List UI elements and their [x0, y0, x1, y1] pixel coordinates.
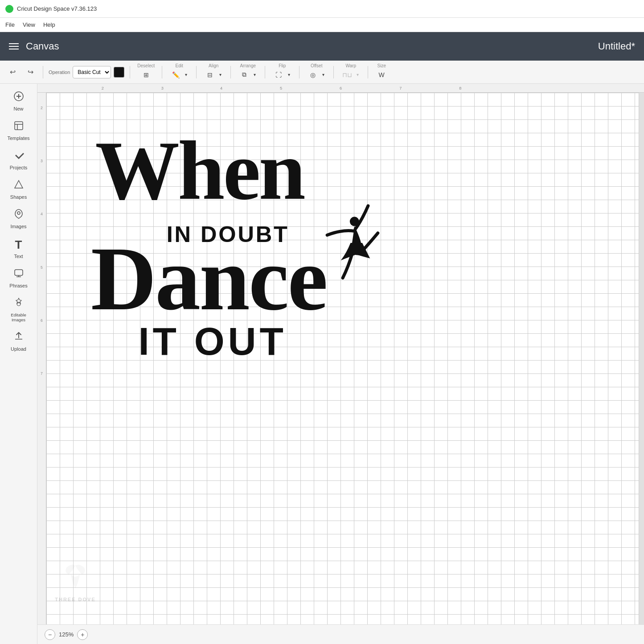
edit-dropdown[interactable]: ▾	[183, 69, 189, 81]
flip-group: Flip ⛶ ▾	[272, 63, 292, 81]
sidebar-item-editable-images[interactable]: Editable Images	[3, 294, 35, 326]
sidebar-item-text-label: Text	[14, 254, 23, 259]
sidebar-item-phrases[interactable]: Phrases	[3, 264, 35, 292]
warp-group: Warp ⊓⊔ ▾	[341, 63, 361, 81]
align-button[interactable]: ⊟	[204, 69, 216, 81]
projects-icon	[13, 150, 24, 163]
svg-text:3: 3	[161, 86, 164, 91]
sidebar-item-shapes-label: Shapes	[10, 194, 27, 200]
design-content[interactable]: When IN DOUBT Dance IT OUT	[82, 115, 394, 382]
canvas-label: Canvas	[26, 41, 59, 52]
zoom-out-button[interactable]: −	[45, 629, 55, 640]
zoom-in-button[interactable]: +	[77, 629, 88, 640]
app-title: Cricut Design Space v7.36.123	[17, 5, 97, 12]
upload-icon	[13, 331, 24, 345]
svg-point-5	[17, 212, 20, 214]
menu-help[interactable]: Help	[43, 21, 55, 28]
size-button[interactable]: W	[375, 69, 388, 81]
sidebar-item-templates[interactable]: Templates	[3, 117, 35, 144]
redo-button[interactable]: ↪	[23, 65, 37, 79]
canvas-area[interactable]: 2 3 4 5 6 7 8 2 3 4 5 6	[37, 84, 644, 644]
sidebar-item-phrases-label: Phrases	[9, 283, 27, 288]
menubar: File View Help	[0, 18, 644, 32]
warp-button[interactable]: ⊓⊔	[341, 69, 353, 81]
svg-rect-6	[15, 270, 23, 275]
toolbar-separator-7	[299, 66, 299, 78]
design-canvas[interactable]: When IN DOUBT Dance IT OUT	[46, 93, 639, 624]
edit-group: Edit ✏️ ▾	[169, 63, 189, 81]
watermark-text: THREE DOVE	[55, 597, 96, 602]
hamburger-menu-button[interactable]	[9, 43, 19, 49]
warp-dropdown[interactable]: ▾	[354, 69, 361, 81]
svg-text:5: 5	[41, 265, 43, 270]
sidebar-item-shapes[interactable]: Shapes	[3, 176, 35, 203]
offset-button[interactable]: ◎	[307, 69, 319, 81]
left-sidebar: New Templates Projects	[0, 84, 37, 644]
toolbar-separator-5	[230, 66, 231, 78]
templates-icon	[13, 120, 24, 134]
sidebar-item-editable-images-label: Editable Images	[4, 312, 33, 322]
bottom-bar: − 125% +	[37, 624, 644, 644]
svg-text:4: 4	[220, 86, 222, 91]
titlebar: Cricut Design Space v7.36.123	[0, 0, 644, 18]
menu-view[interactable]: View	[23, 21, 35, 28]
toolbar-separator-8	[333, 66, 334, 78]
operation-select[interactable]: Basic Cut	[73, 66, 111, 78]
size-group: Size W	[375, 63, 388, 81]
menu-file[interactable]: File	[5, 21, 15, 28]
svg-marker-4	[15, 180, 23, 188]
watermark: THREE DOVE	[51, 561, 100, 602]
sidebar-item-new[interactable]: New	[3, 87, 35, 115]
deselect-button[interactable]: ⊞	[140, 69, 152, 81]
svg-text:4: 4	[41, 212, 43, 216]
canvas-with-ruler: 2 3 4 5 6 7 When	[37, 93, 644, 624]
offset-dropdown[interactable]: ▾	[320, 69, 326, 81]
sidebar-item-images-label: Images	[10, 224, 26, 229]
sidebar-item-projects[interactable]: Projects	[3, 146, 35, 174]
sidebar-item-new-label: New	[13, 106, 23, 111]
arrange-dropdown[interactable]: ▾	[251, 69, 258, 81]
svg-text:5: 5	[280, 86, 282, 91]
header-bar: Canvas Untitled*	[0, 32, 644, 61]
text-icon: T	[15, 238, 22, 252]
warp-label: Warp	[345, 63, 356, 68]
svg-text:2: 2	[102, 86, 104, 91]
images-icon	[13, 209, 24, 222]
svg-text:8: 8	[459, 86, 461, 91]
offset-label: Offset	[311, 63, 323, 68]
svg-text:3: 3	[41, 159, 43, 163]
align-dropdown[interactable]: ▾	[217, 69, 223, 81]
svg-text:7: 7	[41, 371, 43, 376]
edit-button[interactable]: ✏️	[169, 69, 182, 81]
align-group: Align ⊟ ▾	[204, 63, 223, 81]
sidebar-item-upload-label: Upload	[11, 346, 26, 352]
edit-label: Edit	[176, 63, 183, 68]
svg-text:6: 6	[41, 318, 43, 323]
toolbar-separator-2	[130, 66, 130, 78]
sidebar-item-upload[interactable]: Upload	[3, 328, 35, 355]
arrange-button[interactable]: ⧉	[238, 69, 250, 81]
deselect-group: Deselect ⊞	[137, 63, 155, 81]
phrases-icon	[13, 268, 24, 281]
svg-rect-3	[15, 122, 23, 130]
offset-group: Offset ◎ ▾	[307, 63, 326, 81]
flip-dropdown[interactable]: ▾	[286, 69, 292, 81]
ruler-left: 2 3 4 5 6 7	[37, 93, 46, 624]
toolbar: ↩ ↪ Operation Basic Cut Deselect ⊞ Edit …	[0, 61, 644, 84]
sidebar-item-images[interactable]: Images	[3, 205, 35, 233]
app-container: Canvas Untitled* ↩ ↪ Operation Basic Cut…	[0, 32, 644, 644]
sidebar-item-projects-label: Projects	[10, 165, 28, 170]
svg-text:IT OUT: IT OUT	[139, 320, 287, 363]
flip-button[interactable]: ⛶	[272, 69, 285, 81]
scroll-vertical[interactable]	[639, 93, 644, 624]
color-swatch[interactable]	[114, 67, 124, 78]
undo-button[interactable]: ↩	[5, 65, 20, 79]
document-title: Untitled*	[598, 41, 635, 52]
toolbar-separator-4	[196, 66, 197, 78]
shapes-icon	[13, 179, 24, 193]
size-label: Size	[377, 63, 386, 68]
operation-label: Operation	[49, 70, 70, 75]
flip-label: Flip	[279, 63, 286, 68]
sidebar-item-text[interactable]: T Text	[3, 234, 35, 263]
svg-text:7: 7	[399, 86, 402, 91]
